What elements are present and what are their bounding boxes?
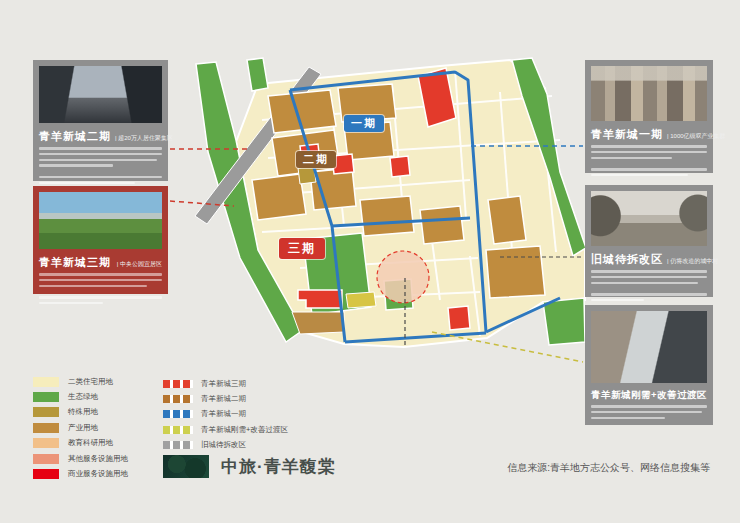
card-subtitle-phase2: | 超20万人居住聚集区 [115,134,173,143]
photo-oldtown [591,191,707,246]
legend-dash-swatch [163,441,193,449]
body-text-lines [39,273,162,304]
legend-label: 商业服务设施用地 [68,469,128,479]
callout-card-transition: 青羊新城刚需+改善过渡区 [585,305,713,425]
source-note: 信息来源:青羊地方志公众号、网络信息搜集等 [507,461,710,475]
legend-label: 青羊新城二期 [201,394,246,404]
legend-color-swatch [33,454,59,464]
legend-color-swatch [33,392,59,402]
legend-row: 青羊新城三期 [163,376,288,391]
card-subtitle-oldtown: | 仍将改造的城中村 [667,257,718,266]
legend-color-swatch [33,423,59,433]
card-title-oldtown: 旧城待拆改区 [591,252,663,267]
card-subtitle-phase1: | 1000亿级双产业集群 [667,132,726,141]
legend-label: 青羊新城一期 [201,409,246,419]
photo-phase1 [591,66,707,121]
boundary-legend: 青羊新城三期青羊新城二期青羊新城一期青羊新城刚需+改善过渡区旧城待拆改区 [163,376,288,453]
photo-transition [591,311,707,383]
legend-row: 教育科研用地 [33,436,128,451]
legend-label: 生态绿地 [68,392,98,402]
legend-row: 青羊新城刚需+改善过渡区 [163,422,288,437]
legend-label: 特殊用地 [68,407,98,417]
body-text-lines [591,145,707,176]
body-text-lines [39,147,162,184]
transition-zone-circle [377,251,429,303]
legend-row: 青羊新城二期 [163,391,288,406]
card-subtitle-phase3: | 中央公园宜居区 [117,260,162,269]
map-label-phase3: 三期 [279,238,325,259]
poster-canvas: 一期 二期 三期 青羊新城二期 | 超20万人居住聚集区 青羊新城三期 | 中央… [0,0,740,523]
legend-label: 青羊新城刚需+改善过渡区 [201,425,288,435]
legend-row: 特殊用地 [33,405,128,420]
legend-label: 二类住宅用地 [68,377,113,387]
legend-row: 生态绿地 [33,389,128,404]
legend-row: 旧城待拆改区 [163,438,288,453]
legend-label: 教育科研用地 [68,438,113,448]
legend-color-swatch [33,407,59,417]
legend-color-swatch [33,469,59,479]
land-use-legend: 二类住宅用地生态绿地特殊用地产业用地教育科研用地其他服务设施用地商业服务设施用地 [33,374,128,482]
photo-phase2 [39,66,162,123]
photo-phase3 [39,192,162,249]
legend-dash-swatch [163,426,193,434]
legend-color-swatch [33,377,59,387]
callout-card-phase1: 青羊新城一期 | 1000亿级双产业集群 [585,60,713,173]
legend-row: 其他服务设施用地 [33,451,128,466]
card-title-phase2: 青羊新城二期 [39,129,111,144]
legend-label: 青羊新城三期 [201,379,246,389]
legend-color-swatch [33,438,59,448]
legend-dash-swatch [163,410,193,418]
brand-logo: 中旅·青羊馥棠 [163,455,336,478]
legend-row: 二类住宅用地 [33,374,128,389]
legend-label: 其他服务设施用地 [68,454,128,464]
callout-card-phase3: 青羊新城三期 | 中央公园宜居区 [33,186,168,294]
card-title-transition: 青羊新城刚需+改善过渡区 [591,389,707,402]
map-label-phase2: 二期 [296,151,336,168]
legend-row: 商业服务设施用地 [33,466,128,481]
legend-row: 青羊新城一期 [163,407,288,422]
legend-dash-swatch [163,380,193,388]
legend-label: 旧城待拆改区 [201,440,246,450]
callout-card-oldtown: 旧城待拆改区 | 仍将改造的城中村 [585,185,713,297]
map-label-phase1: 一期 [344,115,384,132]
legend-row: 产业用地 [33,420,128,435]
callout-card-phase2: 青羊新城二期 | 超20万人居住聚集区 [33,60,168,181]
brand-name: 中旅·青羊馥棠 [221,455,336,478]
body-text-lines [591,270,707,301]
card-title-phase3: 青羊新城三期 [39,255,111,270]
card-title-phase1: 青羊新城一期 [591,127,663,142]
brand-aerial-thumbnail [163,455,209,478]
legend-label: 产业用地 [68,423,98,433]
legend-dash-swatch [163,395,193,403]
industry-strip [292,312,344,334]
body-text-lines [591,405,707,419]
